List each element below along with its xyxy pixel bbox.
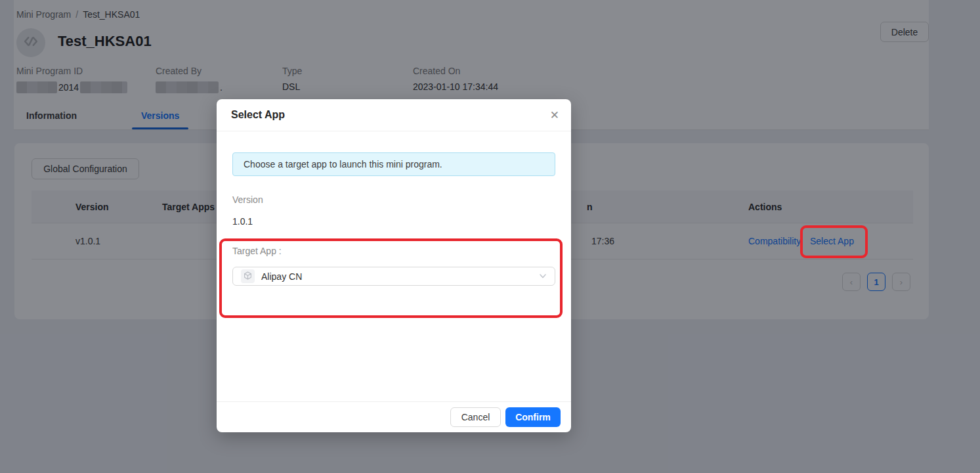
target-app-selected-value: Alipay CN (261, 271, 532, 282)
modal-footer: Cancel Confirm (217, 401, 571, 432)
close-icon[interactable]: ✕ (550, 110, 559, 121)
chevron-down-icon (539, 271, 547, 282)
version-value: 1.0.1 (232, 216, 253, 227)
cancel-button[interactable]: Cancel (450, 407, 501, 427)
modal-title: Select App (231, 109, 285, 121)
modal-header: Select App ✕ (217, 99, 571, 131)
info-banner-text: Choose a target app to launch this mini … (244, 159, 442, 169)
target-app-select[interactable]: Alipay CN (232, 267, 555, 286)
cube-icon (244, 271, 252, 282)
info-banner: Choose a target app to launch this mini … (232, 152, 555, 176)
target-app-label: Target App : (232, 246, 282, 256)
select-app-modal: Select App ✕ Choose a target app to laun… (217, 99, 571, 432)
confirm-button[interactable]: Confirm (505, 407, 561, 427)
app-badge (241, 269, 255, 283)
version-label: Version (232, 194, 263, 205)
app-root: Mini Program/Test_HKSA01 Test_HKSA01 Del… (0, 0, 980, 473)
